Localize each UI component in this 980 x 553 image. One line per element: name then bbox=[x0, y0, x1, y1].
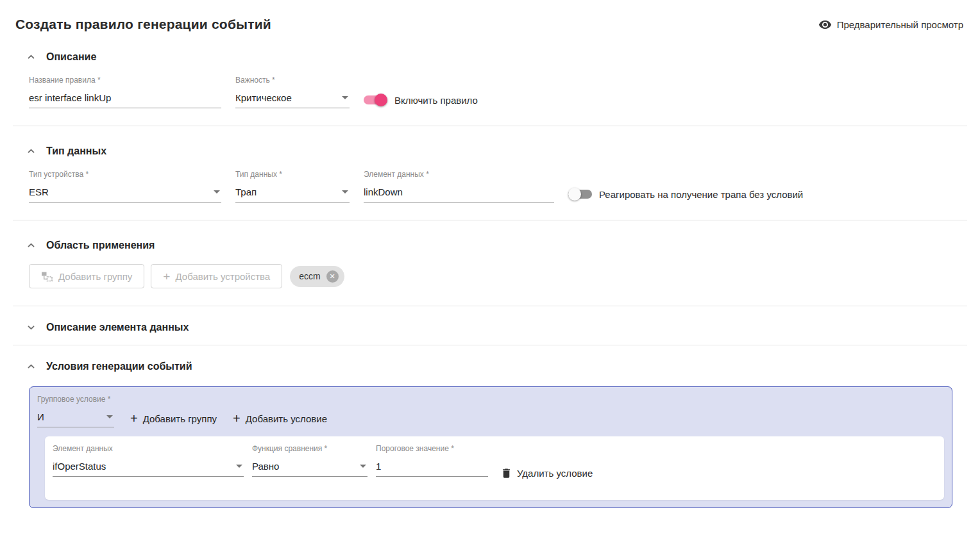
section-data-type-title: Тип данных bbox=[46, 145, 106, 157]
plus-icon: + bbox=[130, 412, 138, 425]
dropdown-arrow-icon bbox=[342, 96, 348, 99]
add-devices-button[interactable]: + Добавить устройства bbox=[151, 264, 282, 288]
rule-name-input[interactable] bbox=[29, 91, 221, 108]
react-trap-toggle-label: Реагировать на получение трапа без услов… bbox=[599, 189, 803, 200]
device-type-field: Тип устройства * ESR bbox=[29, 170, 221, 202]
section-divider bbox=[13, 126, 967, 126]
group-condition-select[interactable]: И bbox=[37, 410, 114, 427]
condition-data-element-select[interactable]: ifOperStatus bbox=[53, 459, 244, 477]
section-description-title: Описание bbox=[46, 51, 96, 63]
compare-function-label: Функция сравнения * bbox=[252, 444, 368, 453]
dropdown-arrow-icon bbox=[106, 415, 113, 418]
condition-data-element-field: Элемент данных ifOperStatus bbox=[53, 444, 244, 477]
group-condition-row: Групповое условие * И + Добавить группу … bbox=[37, 395, 944, 427]
condition-data-element-value: ifOperStatus bbox=[53, 461, 106, 472]
compare-function-select[interactable]: Равно bbox=[252, 459, 368, 477]
preview-button-label: Предварительный просмотр bbox=[837, 19, 963, 30]
enable-rule-toggle-group: Включить правило bbox=[364, 94, 478, 106]
severity-select[interactable]: Критическое bbox=[235, 91, 350, 108]
delete-condition-button-label: Удалить условие bbox=[517, 468, 593, 479]
device-type-value: ESR bbox=[29, 186, 49, 197]
section-element-description-title: Описание элемента данных bbox=[46, 322, 189, 333]
react-trap-toggle[interactable] bbox=[568, 188, 592, 201]
data-type-field: Тип данных * Трап bbox=[235, 170, 350, 202]
device-group-icon bbox=[41, 270, 53, 283]
data-type-value: Трап bbox=[235, 186, 257, 197]
chevron-up-icon bbox=[27, 149, 35, 154]
compare-function-value: Равно bbox=[252, 461, 279, 472]
dropdown-arrow-icon bbox=[342, 190, 348, 194]
condition-fields-row: Элемент данных ifOperStatus Функция срав… bbox=[53, 444, 936, 477]
create-rule-page: Создать правило генерации событий Предва… bbox=[0, 0, 980, 553]
add-condition-button[interactable]: + Добавить условие bbox=[233, 412, 327, 427]
dropdown-arrow-icon bbox=[236, 465, 242, 468]
dropdown-arrow-icon bbox=[214, 190, 220, 194]
section-scope-title: Область применения bbox=[46, 240, 155, 251]
topbar: Создать правило генерации событий Предва… bbox=[13, 0, 967, 32]
condition-group-box: Групповое условие * И + Добавить группу … bbox=[29, 386, 952, 508]
rule-name-label: Название правила * bbox=[29, 76, 221, 85]
chevron-up-icon bbox=[27, 364, 35, 369]
plus-icon: + bbox=[233, 412, 241, 425]
data-type-fields-row: Тип устройства * ESR Тип данных * Трап Э… bbox=[29, 170, 967, 202]
preview-button[interactable]: Предварительный просмотр bbox=[818, 18, 963, 31]
severity-field: Важность * Критическое bbox=[235, 76, 350, 108]
group-condition-value: И bbox=[37, 411, 44, 422]
section-element-description-header[interactable]: Описание элемента данных bbox=[27, 322, 967, 333]
data-element-input[interactable] bbox=[364, 185, 554, 202]
add-group-button-label: Добавить группу bbox=[58, 271, 132, 282]
section-data-type-header[interactable]: Тип данных bbox=[27, 145, 967, 157]
add-group-button[interactable]: Добавить группу bbox=[29, 264, 144, 288]
eye-icon bbox=[818, 18, 832, 31]
rule-name-field: Название правила * bbox=[29, 76, 221, 108]
enable-rule-toggle[interactable] bbox=[364, 94, 387, 106]
scope-chip: eccm ✕ bbox=[290, 266, 344, 287]
chip-remove-icon[interactable]: ✕ bbox=[326, 270, 339, 283]
add-condition-group-button[interactable]: + Добавить группу bbox=[130, 412, 217, 427]
section-description-header[interactable]: Описание bbox=[27, 51, 967, 63]
device-type-select[interactable]: ESR bbox=[29, 185, 221, 202]
section-conditions-header[interactable]: Условия генерации событий bbox=[27, 361, 967, 372]
dropdown-arrow-icon bbox=[360, 465, 366, 468]
add-condition-group-button-label: Добавить группу bbox=[143, 413, 217, 424]
delete-condition-button[interactable]: Удалить условие bbox=[500, 467, 593, 479]
react-trap-toggle-group: Реагировать на получение трапа без услов… bbox=[568, 188, 803, 201]
group-condition-field: Групповое условие * И bbox=[37, 395, 114, 427]
group-condition-label: Групповое условие * bbox=[37, 395, 114, 404]
trash-icon bbox=[500, 467, 512, 479]
add-condition-button-label: Добавить условие bbox=[246, 413, 327, 424]
section-divider bbox=[13, 306, 967, 306]
severity-value: Критическое bbox=[235, 92, 292, 103]
threshold-label: Пороговое значение * bbox=[376, 444, 488, 453]
add-devices-button-label: Добавить устройства bbox=[175, 271, 270, 282]
scope-row: Добавить группу + Добавить устройства ec… bbox=[29, 264, 967, 288]
page-title: Создать правило генерации событий bbox=[15, 17, 271, 32]
data-type-label: Тип данных * bbox=[235, 170, 350, 179]
section-divider bbox=[13, 345, 967, 345]
threshold-field: Пороговое значение * bbox=[376, 444, 488, 477]
data-type-select[interactable]: Трап bbox=[235, 185, 350, 202]
threshold-input[interactable] bbox=[376, 459, 488, 477]
chevron-down-icon bbox=[27, 325, 35, 330]
condition-data-element-label: Элемент данных bbox=[53, 444, 244, 453]
section-scope-header[interactable]: Область применения bbox=[27, 240, 967, 251]
severity-label: Важность * bbox=[235, 76, 350, 85]
enable-rule-toggle-label: Включить правило bbox=[394, 95, 478, 106]
chevron-up-icon bbox=[27, 54, 35, 60]
section-conditions-title: Условия генерации событий bbox=[46, 361, 192, 372]
scope-chip-label: eccm bbox=[299, 271, 320, 281]
plus-icon: + bbox=[163, 270, 170, 283]
device-type-label: Тип устройства * bbox=[29, 170, 221, 179]
data-element-label: Элемент данных * bbox=[364, 170, 554, 179]
chevron-up-icon bbox=[27, 243, 35, 248]
section-divider bbox=[13, 220, 967, 220]
data-element-field: Элемент данных * bbox=[364, 170, 554, 202]
description-fields-row: Название правила * Важность * Критическо… bbox=[29, 76, 967, 108]
condition-row-card: Элемент данных ifOperStatus Функция срав… bbox=[45, 436, 944, 500]
compare-function-field: Функция сравнения * Равно bbox=[252, 444, 368, 477]
